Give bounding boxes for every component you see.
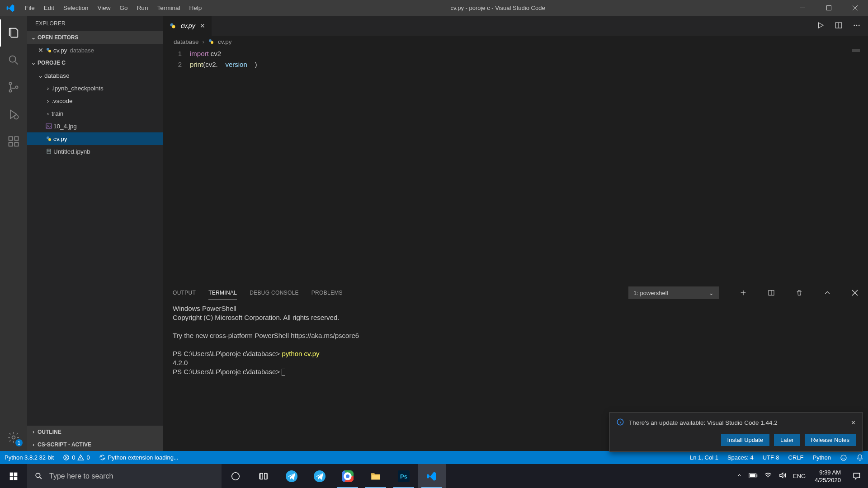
open-editors-header[interactable]: ⌄ OPEN EDITORS: [27, 31, 163, 44]
folder-label: train: [52, 110, 63, 117]
tree-file[interactable]: cv.py: [27, 132, 163, 145]
timeline-icon[interactable]: [250, 464, 278, 488]
activity-run-debug-icon[interactable]: [0, 101, 27, 128]
split-editor-icon[interactable]: [835, 21, 843, 31]
menu-selection[interactable]: Selection: [59, 0, 93, 16]
volume-icon[interactable]: [778, 471, 787, 481]
battery-icon[interactable]: [749, 473, 758, 480]
task-view-icon[interactable]: [222, 464, 250, 488]
wifi-icon[interactable]: [764, 471, 772, 481]
tree-file[interactable]: 10_4.jpg: [27, 120, 163, 132]
tree-folder-database[interactable]: ⌄ database: [27, 69, 163, 82]
start-button[interactable]: [0, 464, 27, 488]
action-center-icon[interactable]: [845, 464, 868, 488]
system-tray[interactable]: ENG: [732, 471, 810, 481]
kill-terminal-icon[interactable]: [796, 289, 803, 296]
status-notifications-icon[interactable]: [852, 451, 868, 464]
svg-point-34: [232, 472, 240, 480]
maximize-panel-icon[interactable]: [824, 289, 831, 296]
svg-point-24: [211, 41, 213, 44]
panel-tab-problems[interactable]: PROBLEMS: [311, 286, 343, 300]
tray-chevron-up-icon[interactable]: [737, 473, 742, 479]
minimize-button[interactable]: [789, 0, 816, 16]
maximize-button[interactable]: [816, 0, 842, 16]
activity-settings-icon[interactable]: 1: [0, 424, 27, 451]
more-actions-icon[interactable]: [853, 21, 861, 31]
status-python-version[interactable]: Python 3.8.2 32-bit: [0, 451, 58, 464]
taskbar-app-telegram2-icon[interactable]: [306, 464, 334, 488]
minimap[interactable]: [852, 49, 860, 52]
menu-file[interactable]: File: [20, 0, 39, 16]
activity-search-icon[interactable]: [0, 47, 27, 74]
editor-tab[interactable]: cv.py ✕: [163, 16, 212, 36]
editor-area: cv.py ✕ database › cv.py 1 2 import cv2 …: [163, 16, 868, 451]
menu-help[interactable]: Help: [184, 0, 206, 16]
taskbar-clock[interactable]: 9:39 AM 4/25/2020: [810, 469, 845, 484]
tree-folder[interactable]: › .vscode: [27, 94, 163, 107]
menu-bar: File Edit Selection View Go Run Terminal…: [20, 0, 206, 16]
menu-run[interactable]: Run: [132, 0, 153, 16]
run-file-icon[interactable]: [816, 21, 825, 31]
status-encoding[interactable]: UTF-8: [758, 451, 784, 464]
close-editor-icon[interactable]: ✕: [37, 47, 44, 54]
menu-edit[interactable]: Edit: [39, 0, 59, 16]
main-layout: 1 EXPLORER ⌄ OPEN EDITORS ✕ cv.py databa…: [0, 16, 868, 451]
tree-file[interactable]: Untitled.ipynb: [27, 145, 163, 158]
status-problems[interactable]: 0 0: [58, 451, 94, 464]
status-feedback-icon[interactable]: [835, 451, 852, 464]
breadcrumb-file[interactable]: cv.py: [218, 38, 232, 45]
csscript-header[interactable]: › CS-SCRIPT - ACTIVE: [27, 438, 163, 451]
status-eol[interactable]: CRLF: [784, 451, 808, 464]
status-spaces[interactable]: Spaces: 4: [723, 451, 758, 464]
panel-tab-debug-console[interactable]: DEBUG CONSOLE: [250, 286, 299, 300]
new-terminal-icon[interactable]: [740, 289, 747, 296]
svg-rect-30: [14, 472, 18, 476]
tab-close-icon[interactable]: ✕: [200, 22, 205, 29]
notification-close-icon[interactable]: ✕: [851, 419, 856, 426]
menu-view[interactable]: View: [93, 0, 115, 16]
svg-rect-8: [14, 142, 18, 146]
outline-header[interactable]: › OUTLINE: [27, 426, 163, 438]
terminal-selector[interactable]: 1: powershell ⌄: [628, 286, 719, 299]
breadcrumbs[interactable]: database › cv.py: [163, 36, 868, 47]
tree-folder[interactable]: › train: [27, 107, 163, 120]
later-button[interactable]: Later: [774, 434, 800, 446]
tree-folder[interactable]: › .ipynb_checkpoints: [27, 82, 163, 94]
release-notes-button[interactable]: Release Notes: [805, 434, 856, 446]
open-editor-item[interactable]: ✕ cv.py database: [27, 44, 163, 56]
svg-rect-48: [756, 474, 757, 477]
panel-tab-terminal[interactable]: TERMINAL: [208, 286, 237, 300]
taskbar-app-vscode-icon[interactable]: [418, 464, 446, 488]
code-content[interactable]: import cv2 print(cv2.__version__): [190, 47, 868, 284]
svg-point-22: [859, 24, 860, 26]
code-editor[interactable]: 1 2 import cv2 print(cv2.__version__): [163, 47, 868, 284]
menu-terminal[interactable]: Terminal: [152, 0, 184, 16]
title-bar: File Edit Selection View Go Run Terminal…: [0, 0, 868, 16]
activity-explorer-icon[interactable]: [0, 19, 27, 47]
tray-language[interactable]: ENG: [793, 473, 806, 479]
menu-go[interactable]: Go: [115, 0, 132, 16]
status-language[interactable]: Python: [808, 451, 835, 464]
panel-tab-output[interactable]: OUTPUT: [173, 286, 196, 300]
close-panel-icon[interactable]: [852, 290, 858, 296]
split-terminal-icon[interactable]: [768, 289, 775, 296]
terminal[interactable]: Windows PowerShell Copyright (C) Microso…: [163, 301, 868, 379]
taskbar-app-photoshop-icon[interactable]: Ps: [390, 464, 418, 488]
clock-date: 4/25/2020: [815, 476, 841, 484]
activity-extensions-icon[interactable]: [0, 128, 27, 155]
image-file-icon: [44, 123, 53, 129]
activity-source-control-icon[interactable]: [0, 74, 27, 101]
breadcrumb-root[interactable]: database: [174, 38, 199, 45]
settings-badge: 1: [15, 439, 23, 446]
status-loading[interactable]: Python extension loading...: [94, 451, 183, 464]
chevron-down-icon: ⌄: [29, 60, 38, 66]
taskbar-app-telegram-icon[interactable]: [278, 464, 306, 488]
taskbar-search[interactable]: Type here to search: [27, 464, 222, 488]
project-header[interactable]: ⌄ POROJE C: [27, 56, 163, 69]
install-update-button[interactable]: Install Update: [721, 434, 770, 446]
taskbar-app-explorer-icon[interactable]: [362, 464, 390, 488]
taskbar-app-chrome-icon[interactable]: [334, 464, 362, 488]
python-file-icon: [169, 22, 176, 29]
status-ln-col[interactable]: Ln 1, Col 1: [685, 451, 723, 464]
close-button[interactable]: [842, 0, 868, 16]
